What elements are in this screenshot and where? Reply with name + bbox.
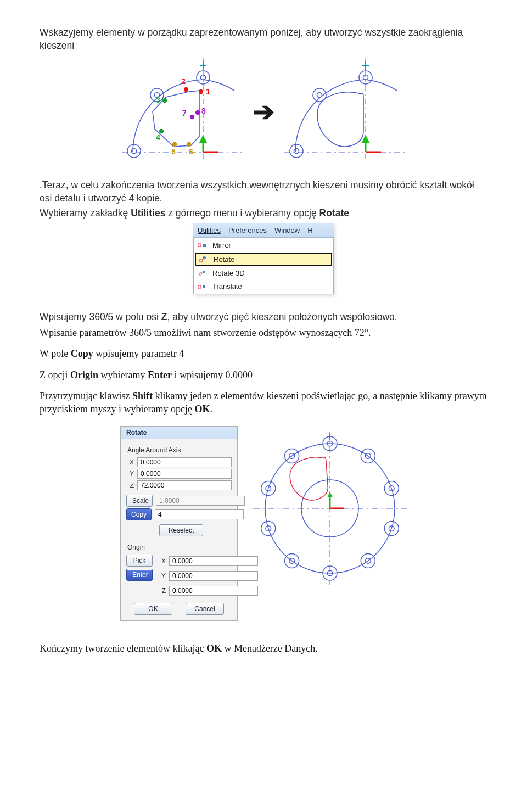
origin-x-input[interactable]	[169, 556, 258, 566]
angle-y-input[interactable]	[137, 469, 232, 479]
paragraph-2: .Teraz, w celu zakończenia tworzenia wsz…	[40, 179, 487, 205]
svg-point-10	[199, 89, 203, 94]
menu-utilities[interactable]: Utilities	[198, 226, 221, 236]
axis-z-label: Z	[126, 481, 134, 490]
menu-help[interactable]: H	[307, 226, 312, 236]
menu-item-label: Rotate 3D	[212, 268, 245, 278]
paragraph-3: Wybieramy zakładkę Utilities z górnego m…	[40, 207, 487, 220]
origin-pick-button[interactable]: Pick	[126, 555, 153, 567]
reselect-button[interactable]: Reselect	[159, 524, 203, 536]
svg-point-6	[127, 144, 141, 158]
menu-window[interactable]: Window	[274, 226, 300, 236]
axis-y-label: Y	[126, 469, 134, 478]
svg-rect-43	[203, 244, 206, 247]
svg-point-14	[162, 98, 167, 103]
rotate-dialog: Rotate Angle Around Axis X Y Z Scale Cop…	[120, 426, 238, 621]
angle-z-input[interactable]	[137, 480, 232, 490]
mirror-icon	[197, 241, 207, 250]
svg-point-36	[317, 93, 322, 98]
scale-button[interactable]: Scale	[126, 495, 153, 507]
cancel-button[interactable]: Cancel	[186, 603, 224, 615]
rotate-icon	[198, 255, 208, 264]
svg-rect-42	[198, 244, 201, 247]
svg-text:5: 5	[171, 147, 176, 156]
scale-input[interactable]	[156, 496, 245, 506]
svg-text:4: 4	[156, 133, 160, 142]
figure-utilities-menu: Utilities Preferences Window H Mirror Ro…	[40, 223, 487, 295]
paragraph-7: Z opcji Origin wybieramy Enter i wpisuje…	[40, 368, 487, 382]
menu-item-rotate3d[interactable]: Rotate 3D	[194, 267, 333, 280]
angle-section-label: Angle Around Axis	[127, 446, 232, 455]
svg-point-38	[294, 149, 299, 154]
menu-item-mirror[interactable]: Mirror	[194, 239, 333, 252]
rotate3d-icon	[197, 269, 207, 278]
paragraph-8: Przytrzymując klawisz Shift klikamy jede…	[40, 389, 487, 416]
copy-button[interactable]: Copy	[126, 508, 152, 520]
svg-text:3: 3	[156, 96, 160, 104]
angle-x-input[interactable]	[137, 457, 232, 467]
svg-marker-75	[327, 492, 333, 497]
part-after-rotate	[253, 432, 407, 589]
svg-marker-27	[200, 137, 206, 142]
ok-button[interactable]: OK	[134, 603, 172, 615]
menu-item-label: Mirror	[212, 240, 231, 250]
paragraph-5: Wpisanie parametrów 360/5 umożliwi nam s…	[40, 326, 487, 339]
svg-rect-44	[200, 259, 203, 262]
figure-pocket-sequence: 1 2 3 4 5 6 7 8 ➔	[40, 58, 487, 166]
svg-point-9	[132, 149, 137, 154]
svg-point-24	[195, 110, 200, 115]
svg-text:1: 1	[206, 87, 210, 96]
arrow-icon: ➔	[253, 99, 274, 125]
menu-bar: Utilities Preferences Window H	[193, 223, 334, 238]
origin-enter-button[interactable]: Enter	[126, 569, 153, 581]
svg-marker-40	[363, 137, 368, 142]
menu-item-rotate[interactable]: Rotate	[195, 253, 332, 267]
origin-y-input[interactable]	[169, 571, 258, 581]
svg-text:2: 2	[181, 77, 186, 86]
origin-z-input[interactable]	[169, 586, 258, 596]
menu-item-label: Rotate	[214, 255, 234, 265]
paragraph-9: Kończymy tworzenie elementów klikając OK…	[40, 642, 487, 655]
svg-point-20	[187, 142, 191, 147]
svg-text:7: 7	[182, 109, 187, 117]
menu-item-translate[interactable]: Translate	[194, 280, 333, 293]
pocket-before: 1 2 3 4 5 6 7 8	[122, 58, 243, 166]
svg-rect-47	[203, 285, 205, 288]
paragraph-4: Wpisujemy 360/5 w polu osi Z, aby utworz…	[40, 311, 487, 324]
figure-rotate-panel-and-part: Rotate Angle Around Axis X Y Z Scale Cop…	[40, 426, 487, 621]
svg-text:8: 8	[201, 107, 206, 115]
utilities-dropdown: Mirror Rotate Rotate 3D Translate	[193, 238, 334, 294]
origin-section-label: Origin	[127, 543, 232, 552]
dialog-title: Rotate	[121, 427, 237, 439]
svg-point-37	[290, 144, 303, 158]
svg-point-12	[184, 87, 188, 92]
menu-preferences[interactable]: Preferences	[228, 226, 267, 236]
axis-x-label: X	[126, 458, 134, 467]
svg-point-18	[172, 142, 177, 147]
translate-icon	[197, 282, 207, 291]
svg-rect-45	[203, 256, 206, 259]
paragraph-6: W pole Copy wpisujemy parametr 4	[40, 347, 487, 360]
paragraph-1: Wskazyjemy elementy w porządku zaprezent…	[40, 26, 487, 52]
svg-text:6: 6	[189, 147, 193, 156]
copy-input[interactable]	[155, 509, 244, 519]
menu-item-label: Translate	[212, 282, 242, 292]
pocket-after	[284, 58, 405, 166]
svg-rect-46	[198, 285, 201, 288]
svg-point-22	[190, 115, 194, 119]
